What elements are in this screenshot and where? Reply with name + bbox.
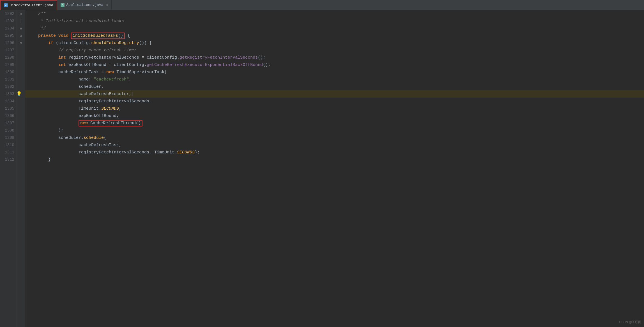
tab-discovery-client[interactable]: J DiscoveryClient.java bbox=[0, 0, 57, 10]
comment-close: */ bbox=[28, 26, 46, 31]
pipe-icon: | bbox=[20, 19, 22, 24]
method-name: initScheduledTasks bbox=[73, 33, 118, 38]
kw-int-1299: int bbox=[58, 63, 66, 67]
static-seconds-1305: SECONDS bbox=[101, 106, 119, 111]
class-cacherefresh: CacheRefreshThread bbox=[90, 121, 136, 126]
fold-icon-1296[interactable]: ⊟ bbox=[20, 41, 22, 45]
line-num-1292: 1292 bbox=[0, 10, 17, 17]
code-line-1294: */ bbox=[25, 25, 644, 32]
tab-label-discovery: DiscoveryClient.java bbox=[10, 3, 53, 7]
string-cacherefresh: "cacheRefresh" bbox=[94, 77, 129, 82]
fold-close-icon[interactable]: ⊟ bbox=[20, 27, 22, 30]
kw-if: if bbox=[48, 41, 53, 45]
line-num-1296: 1296 bbox=[0, 39, 17, 47]
code-line-1305: TimeUnit.SECONDS, bbox=[25, 105, 644, 112]
comment-open: /** bbox=[28, 11, 46, 16]
line-num-1297: 1297 bbox=[0, 47, 17, 54]
line-num-1302: 1302 bbox=[0, 83, 17, 90]
tab-close-icon[interactable]: ✕ bbox=[106, 3, 108, 7]
code-line-1310: cacheRefreshTask, bbox=[25, 141, 644, 149]
code-line-1306: expBackOffBound, bbox=[25, 112, 644, 119]
code-lines: /** * Initializes all scheduled tasks. *… bbox=[25, 10, 644, 163]
tab-applications[interactable]: A Applications.java ✕ bbox=[57, 0, 112, 10]
lightbulb-icon[interactable]: 💡 bbox=[16, 91, 22, 97]
kw-private: private bbox=[38, 33, 56, 38]
code-line-1304: registryFetchIntervalSeconds, bbox=[25, 98, 644, 105]
code-line-1308: ); bbox=[25, 127, 644, 134]
gutter-1310 bbox=[17, 141, 25, 149]
code-area: 1292 1293 1294 1295 1296 1297 1298 1299 … bbox=[0, 10, 644, 327]
gutter-1294: ⊟ bbox=[17, 25, 25, 32]
line-num-1308: 1308 bbox=[0, 127, 17, 134]
gutter-1299 bbox=[17, 61, 25, 68]
editor-container: J DiscoveryClient.java A Applications.ja… bbox=[0, 0, 644, 327]
code-line-1292: /** bbox=[25, 10, 644, 17]
tab-bar: J DiscoveryClient.java A Applications.ja… bbox=[0, 0, 644, 10]
line-num-1298: 1298 bbox=[0, 54, 17, 61]
gutter-1309 bbox=[17, 134, 25, 141]
gutter-1298 bbox=[17, 54, 25, 61]
gutter-1292: ⊟ bbox=[17, 10, 25, 17]
text-cursor bbox=[132, 92, 132, 96]
code-line-1303: cacheRefreshExecutor, bbox=[25, 90, 644, 98]
code-line-1297: // registry cache refresh timer bbox=[25, 47, 644, 54]
code-line-1299: int expBackOffBound = clientConfig.getCa… bbox=[25, 61, 644, 68]
gutter-1307 bbox=[17, 119, 25, 127]
gutter-1308 bbox=[17, 127, 25, 134]
line-num-1294: 1294 bbox=[0, 25, 17, 32]
method-shouldFetch: shouldFetchRegistry bbox=[91, 41, 139, 45]
code-line-1298: int registryFetchIntervalSeconds = clien… bbox=[25, 54, 644, 61]
line-num-1312: 1312 bbox=[0, 156, 17, 163]
line-num-1300: 1300 bbox=[0, 68, 17, 76]
line-num-1311: 1311 bbox=[0, 149, 17, 156]
code-line-1295: private void initScheduledTasks() { bbox=[25, 32, 644, 39]
kw-new-1300: new bbox=[106, 70, 114, 75]
method-getCache: getCacheRefreshExecutorExponentialBackOf… bbox=[147, 63, 263, 67]
gutter-1302 bbox=[17, 83, 25, 90]
code-line-1309: scheduler.schedule( bbox=[25, 134, 644, 141]
code-line-1312: } bbox=[25, 156, 644, 163]
code-content[interactable]: /** * Initializes all scheduled tasks. *… bbox=[25, 10, 644, 327]
method-highlight-box: initScheduledTasks() bbox=[71, 33, 125, 39]
method-schedule: schedule bbox=[84, 135, 104, 140]
gutter-1311 bbox=[17, 149, 25, 156]
indent-1295 bbox=[28, 33, 38, 38]
gutter-1301 bbox=[17, 76, 25, 83]
indent-1296 bbox=[28, 41, 48, 45]
line-num-1299: 1299 bbox=[0, 61, 17, 68]
watermark: CSDN @互联网 bbox=[619, 320, 641, 324]
code-line-1296: if (clientConfig.shouldFetchRegistry()) … bbox=[25, 39, 644, 47]
comment-text: * Initializes all scheduled tasks. bbox=[28, 19, 127, 24]
gutter-1312 bbox=[17, 156, 25, 163]
gutter-1303: 💡 bbox=[17, 90, 25, 98]
gutter-1304 bbox=[17, 98, 25, 105]
gutter-1300 bbox=[17, 68, 25, 76]
line-num-1303: 1303 bbox=[0, 90, 17, 98]
code-line-1300: cacheRefreshTask = new TimedSupervisorTa… bbox=[25, 68, 644, 76]
java-file-icon: J bbox=[4, 3, 8, 7]
line-num-1310: 1310 bbox=[0, 141, 17, 149]
gutter-1306 bbox=[17, 112, 25, 119]
fold-icon[interactable]: ⊟ bbox=[20, 12, 22, 16]
gutter-1293: | bbox=[17, 17, 25, 25]
line-num-1309: 1309 bbox=[0, 134, 17, 141]
fold-icon-1295[interactable]: ⊟ bbox=[20, 34, 22, 38]
line-num-1295: 1295 bbox=[0, 32, 17, 39]
new-cache-refresh-box: new CacheRefreshThread() bbox=[79, 120, 142, 126]
comment-inline-1297: // registry cache refresh timer bbox=[28, 48, 137, 53]
line-num-1305: 1305 bbox=[0, 105, 17, 112]
code-line-1293: * Initializes all scheduled tasks. bbox=[25, 17, 644, 25]
line-num-1301: 1301 bbox=[0, 76, 17, 83]
line-numbers: 1292 1293 1294 1295 1296 1297 1298 1299 … bbox=[0, 10, 17, 327]
gutter-1296: ⊟ bbox=[17, 39, 25, 47]
class-timed: TimedSupervisorTask bbox=[116, 70, 164, 75]
tab-label-applications: Applications.java bbox=[66, 3, 104, 7]
static-seconds-1311: SECONDS bbox=[177, 150, 195, 155]
kw-int-1298: int bbox=[58, 55, 66, 60]
gutter-1297 bbox=[17, 47, 25, 54]
method-getRegistry: getRegistryFetchIntervalSeconds bbox=[180, 55, 258, 60]
line-num-1293: 1293 bbox=[0, 17, 17, 25]
gutter: ⊟ | ⊟ ⊟ ⊟ 💡 bbox=[17, 10, 25, 327]
kw-void: void bbox=[58, 33, 68, 38]
code-line-1311: registryFetchIntervalSeconds, TimeUnit.S… bbox=[25, 149, 644, 156]
